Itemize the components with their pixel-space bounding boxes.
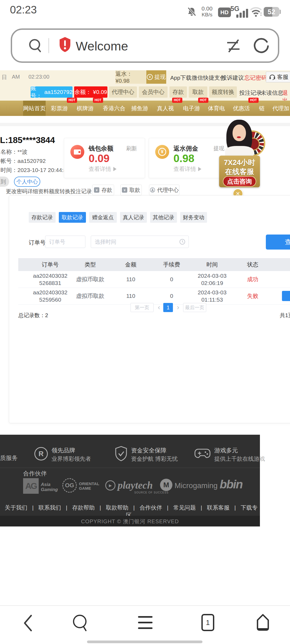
nav-item-fishing[interactable]: 捕鱼游戏 bbox=[129, 101, 150, 116]
agent-center-button[interactable]: 代理中心 bbox=[149, 185, 179, 195]
app-download-link[interactable]: App下载 bbox=[170, 74, 191, 82]
customer-service-button[interactable]: 客服 bbox=[266, 72, 290, 82]
last-page-button[interactable]: 最后一页 bbox=[183, 303, 206, 312]
withdraw-icon: ¥ bbox=[122, 187, 127, 193]
bet-records-link[interactable]: 投注记录 bbox=[239, 89, 262, 97]
member-center-button[interactable]: 会员中心 bbox=[139, 86, 168, 98]
footer-link-faq[interactable]: 常见问题 bbox=[173, 504, 196, 511]
nav-item-chaingames[interactable]: 链游 bbox=[256, 101, 267, 116]
footer-link-contact[interactable]: 联系我们 bbox=[38, 504, 61, 511]
menu-bar bbox=[138, 622, 153, 623]
microgaming-mark: M bbox=[160, 479, 172, 491]
insecure-shield-icon[interactable] bbox=[59, 36, 71, 53]
first-page-button[interactable]: 第一页 bbox=[130, 303, 154, 312]
nav-item-marksix[interactable]: 香港六合彩 bbox=[101, 101, 128, 116]
search-icon[interactable] bbox=[71, 613, 90, 633]
nav-item-sports[interactable]: 体育电竞 bbox=[206, 101, 227, 116]
battery-indicator: 52 bbox=[264, 7, 279, 17]
account-value: aa1520792 bbox=[44, 89, 73, 95]
refresh-icon[interactable] bbox=[253, 37, 270, 54]
tab-deposit-records[interactable]: 存款记录 bbox=[29, 212, 56, 223]
withdraw-quick-button[interactable]: ¥ 提现 bbox=[146, 70, 166, 84]
quota-transfer-link[interactable]: 额度转换 bbox=[49, 188, 70, 195]
table-row-type: 虚拟币取款 bbox=[69, 271, 112, 288]
time-line2: 02:06:19 bbox=[188, 279, 236, 287]
balance-value: ¥0.09 bbox=[93, 89, 107, 95]
tabs-icon[interactable]: 1 bbox=[201, 614, 214, 631]
footer-link-deposit-help[interactable]: 存款帮助 bbox=[72, 504, 95, 511]
personal-center-button[interactable]: 个人中心 bbox=[14, 177, 40, 187]
separator: | bbox=[167, 504, 168, 511]
reader-filter-icon[interactable] bbox=[226, 39, 241, 53]
wechat-pay-link[interactable]: 微信快捷支付 bbox=[192, 74, 226, 82]
playtech-mark: ▶ bbox=[105, 480, 115, 491]
search-button[interactable]: 查询 bbox=[266, 235, 290, 250]
deposit-button[interactable]: ¥ 存款 bbox=[92, 185, 114, 195]
signal-bar-icon bbox=[243, 11, 245, 18]
nav-item-slots[interactable]: 电子游艺 bbox=[181, 101, 202, 116]
back-icon[interactable] bbox=[21, 613, 37, 633]
tab-live-records[interactable]: 真人记录 bbox=[120, 212, 147, 223]
nav-item-home[interactable]: 网站首页 bbox=[23, 101, 46, 116]
rebate-detail-link[interactable]: 查看详情 bbox=[173, 165, 201, 173]
view-button[interactable]: 查看 bbox=[282, 291, 290, 301]
service-line1: 7X24小时 bbox=[219, 158, 260, 167]
tab-withdraw-records[interactable]: 取款记录 bbox=[59, 212, 86, 223]
hd-badge: HD bbox=[218, 8, 231, 17]
nav-item-lottery[interactable]: 彩票游戏 bbox=[49, 101, 70, 116]
change-password-link[interactable]: 更改密码 bbox=[6, 188, 27, 195]
withdraw-button[interactable]: ¥ 取款 bbox=[120, 185, 142, 195]
time-value: 2023-10-17 20:44:45 bbox=[17, 167, 70, 173]
customer-service-label: 客服 bbox=[277, 73, 288, 81]
agent-center-button[interactable]: 代理中心 bbox=[109, 86, 137, 98]
footer-link-service[interactable]: 联系客服 bbox=[207, 504, 230, 511]
status-badge: 失败 bbox=[237, 288, 269, 304]
menu-bar bbox=[138, 616, 153, 618]
withdraw-button[interactable]: 取款 bbox=[189, 86, 207, 98]
tab-other-records[interactable]: 其他记录 bbox=[150, 212, 177, 223]
footer-link-partners[interactable]: 合作伙伴 bbox=[140, 504, 162, 511]
network-type-label: 5G bbox=[230, 5, 239, 13]
clock-icon bbox=[179, 239, 185, 245]
wallet-detail-link[interactable]: 查看详情 bbox=[89, 165, 117, 173]
nav-item-boardgames[interactable]: 棋牌游戏 bbox=[74, 101, 96, 116]
page-number-active[interactable]: 1 bbox=[163, 303, 173, 312]
col-status: 状态 bbox=[237, 258, 269, 271]
table-row-amount: 110 bbox=[112, 271, 150, 288]
service-consult-button[interactable]: 点击咨询 bbox=[223, 176, 256, 187]
tab-finance-changes[interactable]: 财务变动 bbox=[180, 212, 207, 223]
muted-bell-icon bbox=[186, 6, 197, 17]
checkin-button[interactable]: 到 bbox=[0, 177, 9, 187]
withdraw-quick-label: 提现 bbox=[154, 73, 166, 81]
order-number-input[interactable] bbox=[45, 236, 85, 248]
profile-detail-link[interactable]: 详细资料 bbox=[27, 188, 49, 195]
shield-check-icon bbox=[115, 446, 127, 462]
partners-title: 合作伙伴 bbox=[23, 470, 47, 478]
next-page-button[interactable]: › bbox=[175, 303, 181, 312]
feature-desc: 资金护航 博彩无忧 bbox=[131, 455, 178, 463]
bet-records-link[interactable]: 投注记录 bbox=[70, 188, 92, 195]
unread-messages-link[interactable]: 未读信息 bbox=[261, 89, 283, 97]
deposit-button[interactable]: 存款 bbox=[169, 86, 187, 98]
prev-page-button[interactable]: ‹ bbox=[156, 303, 162, 312]
transfer-button[interactable]: 额度转换 bbox=[209, 86, 237, 98]
home-icon[interactable] bbox=[256, 613, 270, 632]
footer-link-about[interactable]: 关于我们 bbox=[5, 504, 27, 511]
wallet-refresh-link[interactable]: 刷新 bbox=[126, 145, 137, 152]
time-select-input[interactable] bbox=[91, 236, 189, 248]
nav-item-agent[interactable]: 代理加盟 bbox=[270, 101, 290, 116]
menu-icon[interactable] bbox=[138, 616, 153, 629]
nav-item-promos[interactable]: 优惠活动 bbox=[231, 101, 252, 116]
tab-bonus-rebate[interactable]: 赠金返点 bbox=[89, 212, 117, 223]
search-icon bbox=[28, 38, 43, 53]
forgot-password-link[interactable]: 忘记密码 bbox=[244, 74, 267, 82]
footer-link-withdraw-help[interactable]: 取款帮助 bbox=[106, 504, 128, 511]
col-action: 操作 bbox=[285, 258, 290, 271]
complaint-link[interactable]: 投诉建议 bbox=[221, 74, 244, 82]
rebate-withdraw-link[interactable]: 提现 bbox=[213, 145, 224, 152]
nav-item-live[interactable]: 真人视讯 bbox=[155, 101, 176, 116]
ag-line2: Gaming bbox=[41, 487, 58, 492]
chevron-right-icon bbox=[198, 167, 201, 171]
hot-badge: HOT bbox=[93, 98, 103, 103]
signal-bar-icon bbox=[246, 9, 248, 18]
